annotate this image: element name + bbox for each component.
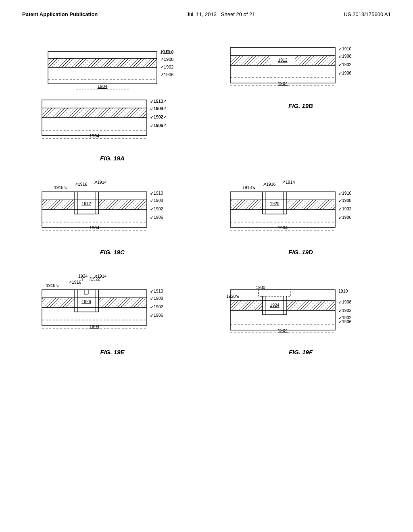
svg-text:1924: 1924 [270, 303, 280, 308]
svg-text:1908↗: 1908↗ [154, 106, 167, 111]
svg-text:↙1906: ↙1906 [338, 71, 352, 75]
svg-text:1904: 1904 [277, 225, 287, 230]
figure-19a: ↙1910 ↙1908 ↙1902 ↙1906 1910↗ 1908↗ 1902… [34, 94, 191, 152]
svg-text:1918↘: 1918↘ [242, 185, 255, 190]
svg-text:↙1908: ↙1908 [150, 296, 163, 301]
svg-text:1930: 1930 [256, 285, 265, 290]
svg-text:↙1902: ↙1902 [338, 62, 352, 67]
fig-19e-label: FIG. 19E [100, 349, 124, 355]
header-right: US 2013/175600 A1 [344, 11, 391, 17]
svg-text:↙1906: ↙1906 [338, 319, 352, 324]
svg-rect-33 [295, 56, 335, 65]
svg-rect-32 [230, 56, 271, 65]
svg-text:↙1902: ↙1902 [150, 206, 163, 211]
svg-text:1902↗: 1902↗ [154, 114, 167, 119]
svg-text:↙1902: ↙1902 [338, 206, 352, 211]
fig-19b-label: FIG. 19B [288, 102, 313, 109]
svg-text:1910↗: 1910↗ [154, 99, 167, 104]
figure-row-3: 1926 1918↘ ↗1916 ↓ 1924 /1922 ↗1914 ↙191… [22, 272, 391, 355]
svg-text:1904: 1904 [97, 84, 107, 89]
svg-rect-118 [230, 301, 263, 310]
fig-19c-label: FIG. 19C [100, 249, 125, 256]
figures-container: ↗1910 ↗1908 ↗1902 ↗1906 1910↘ 1904 [22, 42, 391, 355]
svg-text:1904: 1904 [277, 81, 287, 86]
figure-19d-group: 1920 1918↘ ↗1916 ↗1914 ↙1910 ↙1908 ↙1902… [211, 178, 391, 256]
fig-19f-label: FIG. 19F [289, 349, 313, 355]
figure-row-1: ↗1910 ↗1908 ↗1902 ↗1906 1910↘ 1904 [22, 42, 391, 162]
figure-19f: 1924 1930 1928↘ 1910 ↙1908 ↙1902 ↙1902 ↙… [222, 272, 380, 346]
figure-19c-group: 1912 1918↘ ↗1916 ↗1914 ↙1910 ↙1908 ↙1902… [22, 178, 202, 256]
svg-text:1910: 1910 [338, 289, 348, 293]
svg-text:1918↘: 1918↘ [46, 283, 59, 288]
svg-text:↙1908: ↙1908 [338, 299, 352, 304]
svg-rect-0 [48, 52, 157, 84]
svg-text:↙1908: ↙1908 [338, 198, 352, 203]
figure-19c: 1912 1918↘ ↗1916 ↗1914 ↙1910 ↙1908 ↙1902… [34, 178, 191, 246]
svg-text:1904: 1904 [89, 133, 99, 138]
svg-rect-69 [287, 200, 335, 210]
page-header: Patent Application Publication Jul. 11, … [22, 11, 391, 17]
header-sheet: Sheet 20 of 21 [221, 11, 255, 17]
svg-text:↙1906: ↙1906 [150, 313, 163, 318]
svg-text:↗1906: ↗1906 [160, 72, 173, 77]
figure-19f-group: 1924 1930 1928↘ 1910 ↙1908 ↙1902 ↙1902 ↙… [211, 272, 391, 355]
figure-row-2: 1912 1918↘ ↗1916 ↗1914 ↙1910 ↙1908 ↙1902… [22, 178, 391, 256]
figure-19e-group: 1926 1918↘ ↗1916 ↓ 1924 /1922 ↗1914 ↙191… [22, 272, 202, 355]
svg-text:↗1914: ↗1914 [94, 180, 107, 185]
figure-19a-group: ↗1910 ↗1908 ↗1902 ↗1906 1910↘ 1904 [22, 42, 202, 162]
svg-text:↗1908: ↗1908 [160, 57, 173, 62]
svg-rect-46 [42, 200, 74, 210]
svg-text:1904: 1904 [89, 225, 99, 230]
svg-text:1924: 1924 [78, 274, 88, 278]
svg-text:↙1908: ↙1908 [338, 54, 352, 58]
svg-text:1906↗: 1906↗ [154, 123, 167, 128]
svg-text:↙1910: ↙1910 [338, 46, 352, 51]
svg-text:↗1914: ↗1914 [282, 180, 295, 185]
fig-19a-label: FIG. 19A [100, 155, 125, 162]
figure-19d: 1920 1918↘ ↗1916 ↗1914 ↙1910 ↙1908 ↙1902… [222, 178, 380, 246]
svg-text:1918↘: 1918↘ [54, 185, 67, 190]
svg-text:1910↘: 1910↘ [160, 50, 173, 54]
svg-text:↗1916: ↗1916 [74, 182, 88, 187]
svg-rect-119 [287, 301, 335, 310]
svg-rect-16 [42, 108, 147, 118]
header-center: Jul. 11, 2013 Sheet 20 of 21 [187, 11, 255, 17]
svg-text:↗1916: ↗1916 [68, 280, 81, 285]
svg-text:↗1902: ↗1902 [160, 64, 173, 69]
svg-text:↙1906: ↙1906 [338, 215, 352, 220]
svg-text:1912: 1912 [81, 201, 91, 206]
svg-text:↙1902: ↙1902 [150, 304, 163, 309]
figure-19b-group: 1912 ↙1910 ↙1908 ↙1902 ↙1906 1904 FIG. 1… [211, 42, 391, 162]
svg-text:↗1914: ↗1914 [94, 274, 107, 278]
svg-text:1928↘: 1928↘ [226, 294, 239, 299]
svg-text:↗1916: ↗1916 [263, 182, 276, 187]
svg-text:↙1910: ↙1910 [150, 289, 163, 293]
svg-text:1904: 1904 [277, 328, 287, 333]
figure-19e: 1926 1918↘ ↗1916 ↓ 1924 /1922 ↗1914 ↙191… [34, 272, 191, 346]
svg-text:↙1910: ↙1910 [338, 191, 352, 195]
header-date: Jul. 11, 2013 [187, 11, 217, 17]
svg-rect-90 [42, 298, 74, 308]
svg-text:1912: 1912 [278, 58, 288, 62]
svg-text:1926: 1926 [81, 299, 91, 304]
svg-rect-68 [230, 200, 263, 210]
header-left: Patent Application Publication [22, 11, 98, 17]
svg-text:1920: 1920 [270, 201, 280, 206]
svg-text:↙1902: ↙1902 [338, 308, 352, 313]
svg-text:↙1908: ↙1908 [150, 198, 163, 203]
figure-19b: 1912 ↙1910 ↙1908 ↙1902 ↙1906 1904 [222, 42, 380, 100]
fig-19d-label: FIG. 19D [288, 249, 313, 256]
svg-rect-123 [259, 290, 291, 296]
svg-rect-1 [48, 58, 157, 67]
svg-rect-91 [98, 298, 147, 308]
svg-text:1904: 1904 [89, 324, 99, 329]
patent-page: Patent Application Publication Jul. 11, … [0, 0, 413, 532]
svg-rect-47 [98, 200, 147, 210]
figure-19a-svg: ↗1910 ↗1908 ↗1902 ↗1906 1910↘ 1904 [36, 42, 189, 94]
svg-text:↙1910: ↙1910 [150, 191, 163, 195]
svg-text:↙1906: ↙1906 [150, 215, 163, 220]
